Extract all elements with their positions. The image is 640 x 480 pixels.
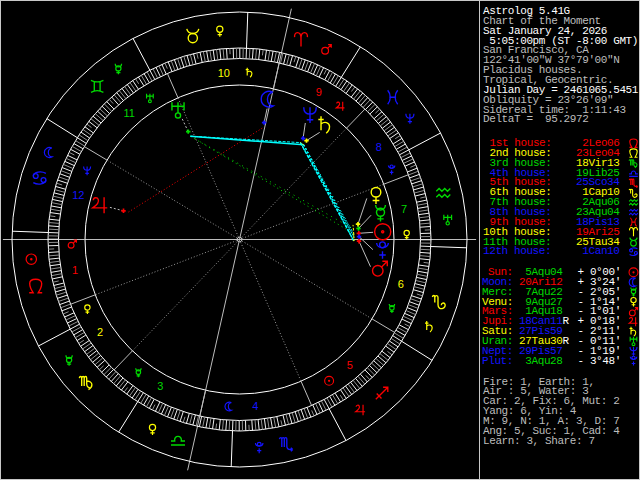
svg-text:1: 1 [72,264,78,276]
svg-text:8: 8 [376,141,382,153]
svg-text:6: 6 [398,278,404,290]
svg-text:3: 3 [157,380,163,392]
svg-text:11: 11 [123,107,134,119]
svg-text:2: 2 [97,326,103,338]
svg-text:12: 12 [72,189,84,201]
svg-text:5: 5 [347,359,353,371]
svg-text:9: 9 [316,86,322,98]
svg-text:4: 4 [252,400,258,412]
svg-text:7: 7 [401,203,407,215]
svg-text:10: 10 [218,67,230,79]
